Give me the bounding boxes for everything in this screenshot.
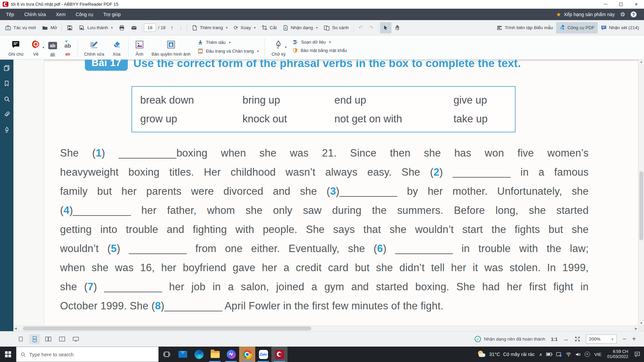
help-button[interactable]: ? <box>631 11 637 17</box>
search-panel-button[interactable] <box>3 95 10 103</box>
note-icon <box>11 40 20 49</box>
settings-button[interactable]: ⚙ <box>620 11 625 18</box>
hand-tool-button[interactable] <box>391 22 403 34</box>
redo-button[interactable]: ↷ <box>366 22 376 34</box>
next-page-button[interactable]: ↓ <box>176 22 185 34</box>
zoom-out-button[interactable]: − <box>623 335 627 343</box>
form-data-button[interactable]: Soạn dữ liệu ▾ <box>292 40 347 45</box>
file-explorer-button[interactable] <box>207 347 223 362</box>
zalo-app-button[interactable]: Zalo <box>255 347 271 362</box>
statusbar: ✓ Nhận dạng nền đã hoàn thành 1:1 ↔ 200%… <box>0 331 644 347</box>
wifi-icon[interactable] <box>566 352 572 357</box>
password-security-button[interactable]: Bảo mật bằng mật khẩu <box>292 48 347 53</box>
battery-icon[interactable] <box>546 352 552 356</box>
action-center-button[interactable] <box>634 351 641 358</box>
horizontal-scroll-thumb[interactable] <box>23 326 311 330</box>
image-copyright-button[interactable]: Bản quyền hình ảnh <box>148 37 194 58</box>
recognize-button[interactable]: Nhận dạng ▾ <box>280 22 321 34</box>
menu-edit[interactable]: Chỉnh sửa <box>19 9 51 20</box>
scroll-down-icon[interactable]: ▼ <box>640 322 643 325</box>
underline-button[interactable]: ab ab <box>61 37 75 58</box>
split-view-button[interactable] <box>57 334 67 344</box>
image-button[interactable]: Ảnh <box>131 37 148 58</box>
start-button[interactable] <box>0 347 16 362</box>
new-task-button[interactable]: Tác vụ mới <box>2 22 39 34</box>
draw-button[interactable]: ▾ Vẽ <box>27 37 45 58</box>
print-button[interactable] <box>116 22 128 34</box>
vertical-scroll-thumb[interactable] <box>639 171 643 240</box>
pages-panel-button[interactable] <box>3 64 10 72</box>
taskbar-search[interactable] <box>16 347 159 362</box>
scroll-up-icon[interactable]: ▲ <box>640 60 643 63</box>
compare-button[interactable]: So sánh <box>321 22 352 34</box>
scroll-left-icon[interactable]: ◀ <box>14 327 17 330</box>
form-editor-button[interactable]: Trình biên tập Biểu mẫu <box>493 22 556 34</box>
language-indicator[interactable]: VIE <box>594 352 602 357</box>
menu-tools[interactable]: Công cụ <box>71 9 98 20</box>
save-button[interactable] <box>64 22 76 34</box>
single-page-view-button[interactable] <box>15 334 26 344</box>
rate-product-button[interactable]: ★ Xếp hạng sản phẩm này <box>556 11 615 18</box>
pdf-page-view[interactable]: Bài 17 Use the correct form of the phras… <box>13 60 638 325</box>
shield-icon <box>292 48 298 53</box>
window-title: tối 6 vs trưa Chủ nhật.pdf - ABBYY FineR… <box>11 2 118 7</box>
hidden-icons-chevron[interactable]: ∧ <box>539 352 542 357</box>
signature-button[interactable]: ▾ Chữ ký <box>268 37 289 58</box>
abbyy-app-button[interactable] <box>271 347 287 362</box>
tablet-sync-icon[interactable] <box>556 352 562 357</box>
maximize-button[interactable] <box>613 0 629 8</box>
digital-signatures-panel-button[interactable] <box>3 126 10 133</box>
previous-page-button[interactable]: ↑ <box>168 22 176 34</box>
scroll-right-icon[interactable]: ▶ <box>635 327 637 330</box>
pdf-tools-button[interactable]: Công cụ PDF <box>556 22 598 34</box>
file-explorer-icon <box>211 351 220 358</box>
rotate-button[interactable]: ⟳ Xoay ▾ <box>231 22 259 34</box>
header-footer-button[interactable]: Đầu trang và Chân trang ▾ <box>198 48 259 54</box>
task-view-button[interactable] <box>159 347 175 362</box>
highlight-button[interactable]: ab ab <box>45 37 61 58</box>
menu-help[interactable]: Trợ giúp <box>98 9 126 20</box>
edit-button[interactable]: Chỉnh sửa <box>80 37 108 58</box>
crop-button[interactable]: Cắt <box>259 22 280 34</box>
email-button[interactable] <box>128 22 140 34</box>
add-stamp-button[interactable]: Thêm dấu ▾ <box>198 40 259 45</box>
main-toolbar: Tác vụ mới Mở Lưu thành ▾ / 18 ↑ ↓ Thêm … <box>0 20 644 36</box>
page-number-input[interactable] <box>144 23 156 32</box>
menu-file[interactable]: Tệp <box>0 9 19 20</box>
save-as-button[interactable]: Lưu thành ▾ <box>76 22 116 34</box>
mail-app-button[interactable] <box>175 347 191 362</box>
vertical-scrollbar[interactable]: ▲ ▼ <box>638 60 644 325</box>
zoom-level-select[interactable]: 200% ∨ <box>586 335 617 344</box>
two-page-view-button[interactable] <box>43 334 54 344</box>
fullscreen-view-button[interactable] <box>70 334 81 344</box>
horizontal-scrollbar[interactable]: ◀ ▶ <box>13 325 638 331</box>
chevron-down-icon: ▾ <box>285 45 286 49</box>
messenger-app-button[interactable] <box>223 347 239 362</box>
edge-app-button[interactable] <box>191 347 207 362</box>
note-button[interactable]: Ghi chú <box>5 37 27 58</box>
chrome-app-button[interactable] <box>239 347 255 362</box>
comments-button[interactable]: Nhận xét (214) <box>598 22 642 34</box>
fit-page-button[interactable] <box>575 336 580 342</box>
add-pages-button[interactable]: Thêm trang ▾ <box>189 22 231 34</box>
zoom-in-button[interactable]: + <box>632 335 636 343</box>
taskbar-clock[interactable]: 6:59 CH 01/03/2022 <box>606 349 630 359</box>
notifications-muted-icon[interactable]: ✕ <box>585 352 590 357</box>
menu-view[interactable]: Xem <box>51 9 71 20</box>
bookmarks-panel-button[interactable] <box>3 80 10 87</box>
weather-widget[interactable]: 31°C Có mây rải rác <box>477 351 535 358</box>
close-button[interactable]: ✕ <box>629 0 644 8</box>
undo-button[interactable]: ↶ <box>356 22 366 34</box>
actual-size-button[interactable]: 1:1 <box>551 337 557 342</box>
scrolling-view-button[interactable] <box>29 334 40 344</box>
erase-button[interactable]: Xóa <box>108 37 125 58</box>
speaker-icon[interactable] <box>575 352 581 357</box>
open-button[interactable]: Mở <box>39 22 60 34</box>
search-input[interactable] <box>29 352 154 357</box>
select-tool-button[interactable] <box>380 22 391 34</box>
attachments-panel-button[interactable] <box>3 111 10 118</box>
formdata-security-group: Soạn dữ liệu ▾ Bảo mật bằng mật khẩu <box>289 37 350 53</box>
task-view-icon <box>163 350 171 358</box>
minimize-button[interactable] <box>598 0 613 8</box>
fit-width-button[interactable]: ↔ <box>564 337 569 342</box>
